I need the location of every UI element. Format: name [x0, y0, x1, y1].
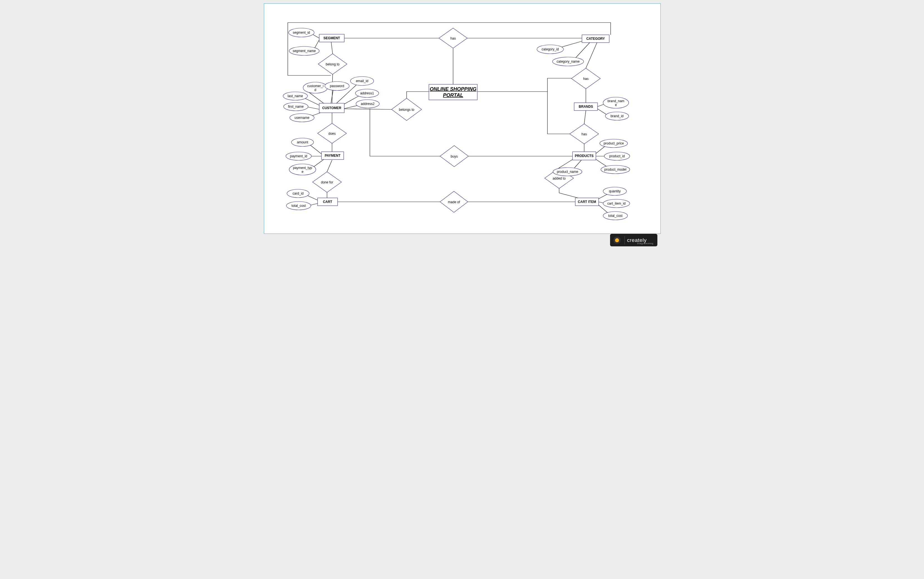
- svg-text:added to: added to: [553, 177, 566, 180]
- svg-text:CART ITEM: CART ITEM: [578, 200, 596, 204]
- svg-text:product_model: product_model: [604, 168, 626, 172]
- attr-category-name: category_name: [552, 57, 584, 66]
- attr-product-name: product_name: [553, 168, 582, 176]
- attr-address1: address1: [356, 89, 379, 97]
- svg-text:has: has: [450, 36, 455, 40]
- title-line2: PORTAL: [443, 92, 463, 98]
- attr-product-price: product_price: [600, 139, 628, 147]
- attr-amount: amount: [291, 138, 313, 146]
- svg-text:SEGMENT: SEGMENT: [323, 36, 340, 40]
- svg-text:e: e: [615, 103, 617, 107]
- svg-text:card_id: card_id: [292, 191, 304, 195]
- attr-last-name: last_name: [283, 92, 307, 100]
- svg-text:email_id: email_id: [356, 79, 369, 83]
- attr-category-id: category_id: [537, 45, 563, 54]
- attr-total-cost: total_cost: [286, 201, 311, 210]
- rel-belong-to: belong to: [318, 54, 347, 74]
- entity-brands: BRANDS: [574, 103, 597, 111]
- svg-text:address2: address2: [361, 102, 375, 106]
- attr-first-name: first_name: [284, 103, 308, 111]
- attr-brand-id: brand_id: [605, 112, 629, 120]
- svg-text:has: has: [583, 77, 588, 81]
- svg-text:quantity: quantity: [609, 189, 620, 193]
- svg-text:CART: CART: [323, 200, 332, 204]
- svg-text:product_id: product_id: [609, 154, 625, 158]
- attr-segment-id: segment_id: [289, 28, 314, 37]
- attr-username: username: [290, 114, 314, 122]
- entity-cart-item: CART ITEM: [575, 198, 599, 206]
- svg-text:made of: made of: [448, 200, 460, 204]
- svg-text:CATEGORY: CATEGORY: [586, 37, 605, 41]
- svg-text:product_name: product_name: [557, 170, 578, 174]
- attr-segment-name: segment_name: [289, 46, 319, 56]
- svg-text:brand_id: brand_id: [611, 114, 624, 118]
- entity-customer: CUSTOMER: [319, 103, 344, 113]
- svg-text:PAYMENT: PAYMENT: [325, 154, 341, 157]
- attr-quantity: quantity: [603, 187, 627, 195]
- attr-product-model: product_model: [601, 165, 630, 174]
- attr-email-id: email_id: [350, 77, 374, 85]
- attr-product-id: product_id: [604, 152, 630, 160]
- svg-text:segment_id: segment_id: [293, 31, 310, 34]
- entity-payment: PAYMENT: [322, 152, 344, 160]
- attr-card-id: card_id: [287, 189, 309, 198]
- entity-cart: CART: [318, 198, 338, 206]
- attr-brand-name: brand_name: [603, 97, 629, 108]
- page: ONLINE SHOPPING PORTAL SEGMENT CATEGORY …: [261, 0, 663, 250]
- svg-text:customer_i: customer_i: [307, 84, 324, 88]
- svg-text:brand_nam: brand_nam: [607, 99, 625, 103]
- svg-text:does: does: [328, 132, 336, 136]
- svg-text:belong to: belong to: [326, 62, 340, 66]
- rel-has-top: has: [439, 28, 467, 48]
- attr-cart-item-id: cart_item_id: [603, 199, 630, 208]
- entity-products: PRODUCTS: [573, 152, 596, 160]
- svg-text:total_cost: total_cost: [291, 204, 306, 208]
- svg-text:category_name: category_name: [557, 60, 580, 64]
- creately-logo: creately Diagramming: [610, 234, 657, 246]
- svg-text:category_id: category_id: [542, 47, 559, 51]
- svg-text:segment_name: segment_name: [293, 49, 316, 53]
- rel-belongs-to: belongs to: [392, 98, 422, 121]
- svg-text:done for: done for: [321, 180, 333, 184]
- svg-text:belongs to: belongs to: [399, 108, 415, 111]
- svg-text:amount: amount: [297, 140, 309, 144]
- rel-made-of: made of: [440, 191, 468, 213]
- svg-text:password: password: [330, 84, 344, 88]
- svg-text:first_name: first_name: [288, 105, 304, 109]
- er-diagram-svg: ONLINE SHOPPING PORTAL SEGMENT CATEGORY …: [264, 3, 660, 234]
- svg-text:BRANDS: BRANDS: [579, 105, 593, 109]
- attr-customer-id: customer_id: [303, 82, 328, 93]
- svg-text:payment_id: payment_id: [290, 154, 307, 158]
- entity-segment: SEGMENT: [319, 34, 344, 42]
- svg-text:d: d: [315, 88, 317, 92]
- svg-text:address1: address1: [360, 91, 374, 95]
- diagram-canvas: ONLINE SHOPPING PORTAL SEGMENT CATEGORY …: [264, 3, 661, 234]
- svg-text:PRODUCTS: PRODUCTS: [575, 154, 593, 158]
- rel-buys: buys: [440, 146, 469, 167]
- svg-text:last_name: last_name: [287, 94, 303, 98]
- bulb-icon: [614, 237, 620, 244]
- entity-category: CATEGORY: [582, 35, 609, 43]
- rel-does: does: [318, 123, 346, 143]
- attr-total-cost2: total_cost: [603, 211, 628, 220]
- attr-payment-type: payment_type: [289, 164, 316, 175]
- svg-text:CUSTOMER: CUSTOMER: [322, 106, 341, 110]
- rel-has-brand-prod: has: [570, 124, 599, 144]
- title-line1: ONLINE SHOPPING: [430, 86, 477, 92]
- svg-text:total_cost: total_cost: [608, 214, 623, 218]
- svg-text:e: e: [302, 170, 304, 174]
- svg-text:payment_typ: payment_typ: [293, 166, 312, 170]
- svg-text:buys: buys: [451, 154, 457, 159]
- svg-text:cart_item_id: cart_item_id: [607, 201, 625, 205]
- svg-text:has: has: [581, 132, 587, 136]
- attr-payment-id: payment_id: [286, 152, 312, 160]
- rel-has-cat-brand: has: [571, 68, 600, 89]
- svg-text:username: username: [294, 116, 310, 120]
- rel-done-for: done for: [313, 172, 341, 192]
- logo-subtext: Diagramming: [637, 242, 653, 245]
- attr-address2: address2: [356, 100, 379, 108]
- attr-password: password: [325, 82, 349, 90]
- svg-text:product_price: product_price: [604, 141, 624, 145]
